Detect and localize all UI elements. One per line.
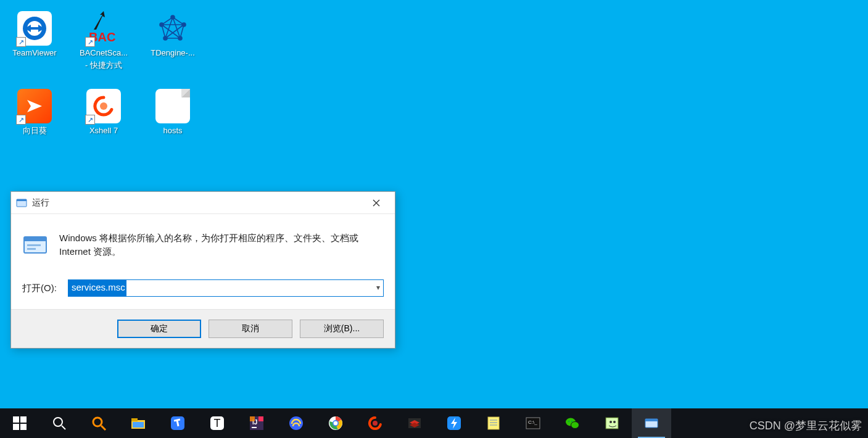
desktop-icon-hosts[interactable]: hosts [138, 85, 207, 139]
close-icon [373, 199, 380, 207]
notepad-icon [486, 415, 502, 431]
svg-marker-10 [27, 100, 42, 112]
svg-rect-21 [20, 424, 27, 430]
taskbar-chrome[interactable] [316, 408, 355, 438]
svg-rect-19 [20, 416, 27, 423]
chrome-icon [328, 415, 344, 431]
bacnet-icon: BAC ↗ [86, 11, 121, 46]
svg-point-11 [100, 102, 107, 110]
folder-icon [130, 415, 146, 431]
desktop-icon-label: TeamViewer [12, 48, 56, 58]
run-icon [16, 197, 27, 209]
svg-point-58 [610, 421, 612, 423]
svg-rect-61 [645, 419, 658, 421]
svg-line-25 [101, 426, 105, 430]
run-large-icon [22, 231, 48, 258]
svg-text:C:\_: C:\_ [528, 419, 537, 425]
svg-rect-34 [252, 427, 257, 428]
npp-icon [604, 415, 620, 431]
taskbar-notepad[interactable] [474, 408, 513, 438]
sunflower-small-icon [367, 415, 383, 431]
run-body: Windows 将根据你所输入的名称，为你打开相应的程序、文件夹、文档或 Int… [11, 214, 395, 309]
taskbar-search[interactable] [39, 408, 79, 438]
desktop-icon-tdengine[interactable]: TDengine-... [138, 7, 207, 74]
taskbar-redis[interactable] [395, 408, 434, 438]
search-icon [51, 415, 67, 431]
shortcut-arrow-icon: ↗ [16, 37, 26, 47]
desktop-icon-sublabel: - 快捷方式 [85, 60, 122, 70]
svg-point-41 [373, 421, 378, 426]
svg-point-56 [571, 421, 572, 422]
desktop[interactable]: ↗ TeamViewer BAC ↗ BACnetSca... - 快捷方式 [0, 0, 868, 438]
cmd-icon: C:\_ [525, 415, 541, 431]
taskbar-thunder[interactable] [434, 408, 474, 438]
desktop-icon-sunflower[interactable]: ↗ 向日葵 [0, 85, 69, 139]
svg-point-22 [54, 418, 62, 426]
desktop-icons: ↗ TeamViewer BAC ↗ BACnetSca... - 快捷方式 [0, 7, 207, 139]
run-dialog: 运行 Windows 将根据你所输入的名称，为你打开相应的程序、文件夹、文档或 … [10, 191, 395, 349]
taskbar: T IJ C:\_ [0, 408, 868, 438]
svg-rect-18 [13, 416, 19, 423]
letter-t-icon: T [209, 415, 225, 431]
file-icon [155, 89, 190, 123]
svg-rect-17 [27, 248, 36, 250]
run-title: 运行 [32, 197, 49, 209]
taskbar-typora[interactable]: T [197, 408, 237, 438]
svg-rect-27 [131, 418, 138, 421]
open-label: 打开(O): [22, 283, 68, 294]
taskbar-navicat[interactable] [276, 408, 316, 438]
svg-rect-28 [133, 422, 144, 428]
svg-rect-47 [488, 417, 499, 429]
desktop-icon-label: Xshell 7 [89, 126, 118, 136]
ok-button[interactable]: 确定 [117, 320, 201, 338]
teamviewer-icon: ↗ [17, 11, 52, 46]
svg-rect-4 [30, 27, 39, 30]
taskbar-intellij[interactable]: IJ [237, 408, 276, 438]
redis-icon [407, 415, 423, 431]
open-combobox[interactable]: services.msc ▾ [68, 279, 384, 297]
xshell-icon: ↗ [86, 89, 121, 123]
taskbar-run[interactable] [632, 408, 671, 438]
taskbar-cmd[interactable]: C:\_ [513, 408, 553, 438]
shortcut-arrow-icon: ↗ [85, 37, 95, 47]
svg-line-23 [62, 426, 65, 429]
desktop-icon-label: BACnetSca... [80, 48, 128, 58]
desktop-icon-bacnet[interactable]: BAC ↗ BACnetSca... - 快捷方式 [69, 7, 138, 74]
desktop-icon-teamviewer[interactable]: ↗ TeamViewer [0, 7, 69, 74]
navicat-icon [288, 415, 304, 431]
svg-rect-36 [250, 416, 255, 421]
run-titlebar[interactable]: 运行 [11, 192, 395, 214]
desktop-icon-xshell[interactable]: ↗ Xshell 7 [69, 85, 138, 139]
taskbar-notepadpp[interactable] [592, 408, 632, 438]
run-taskbar-icon [643, 415, 659, 431]
svg-rect-13 [17, 199, 27, 201]
svg-rect-35 [258, 416, 263, 421]
desktop-icon-label: hosts [163, 126, 182, 136]
run-footer: 确定 取消 浏览(B)... [11, 309, 395, 348]
svg-point-55 [568, 421, 569, 422]
search-orange-icon [91, 415, 107, 431]
svg-point-24 [93, 418, 102, 426]
svg-point-59 [613, 421, 616, 423]
intellij-icon: IJ [249, 415, 265, 431]
shortcut-arrow-icon: ↗ [16, 115, 26, 125]
taskbar-wechat[interactable] [553, 408, 592, 438]
cancel-button[interactable]: 取消 [209, 320, 292, 338]
taskbar-file-explorer[interactable] [118, 408, 158, 438]
run-description: Windows 将根据你所输入的名称，为你打开相应的程序、文件夹、文档或 Int… [59, 231, 384, 258]
desktop-icon-label: TDengine-... [151, 48, 195, 58]
close-button[interactable] [363, 194, 390, 212]
svg-rect-20 [13, 424, 19, 430]
taskbar-everything[interactable] [79, 408, 118, 438]
browse-button[interactable]: 浏览(B)... [300, 320, 384, 338]
svg-point-54 [571, 422, 579, 429]
taskbar-start[interactable] [0, 408, 39, 438]
desktop-icon-label: 向日葵 [23, 126, 47, 136]
todesk-icon [170, 415, 186, 431]
taskbar-todesk[interactable] [158, 408, 197, 438]
taskbar-sunflower[interactable] [355, 408, 395, 438]
windows-icon [12, 415, 28, 431]
svg-point-40 [334, 421, 338, 426]
open-input[interactable] [68, 279, 384, 297]
svg-rect-15 [24, 237, 46, 241]
